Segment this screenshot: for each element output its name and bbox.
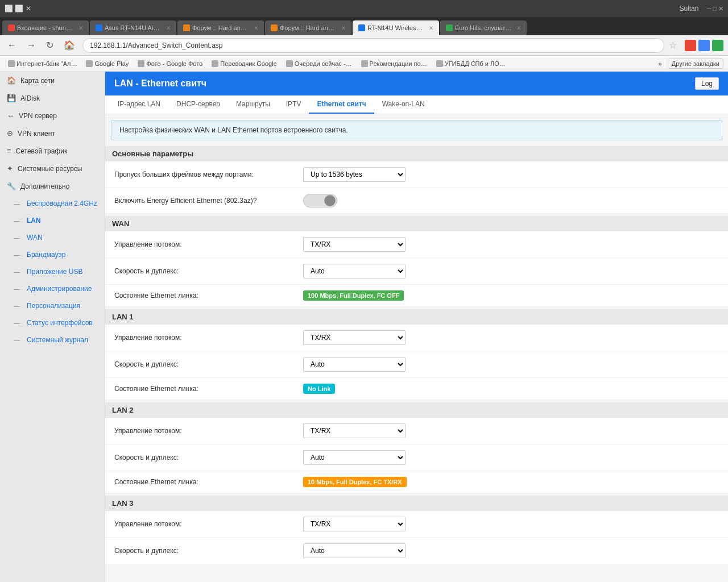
control-lan1-status: No Link [303, 384, 719, 394]
bookmark-label-2: Фото - Google Фото [146, 60, 202, 67]
address-input[interactable] [82, 38, 664, 53]
tab-favicon-2 [96, 24, 102, 31]
sidebar-label-12: Администрирование [27, 285, 92, 293]
info-text: Настройка физических WAN и LAN Ethernet … [119, 126, 348, 134]
bookmark-label-1: Google Play [94, 60, 129, 67]
tab-close-3[interactable]: ✕ [254, 25, 258, 31]
sidebar-item-15[interactable]: —Системный журнал [0, 331, 105, 348]
form-row-lan3-speed: Скорость и дуплекс: Auto10 Mbps Half Dup… [105, 538, 728, 564]
bookmarks-more-button[interactable]: » [655, 59, 665, 68]
bookmark-item-0[interactable]: Интернет-банк "Ал… [5, 59, 80, 68]
bookmark-item-6[interactable]: УГИБДД СПб и ЛО… [433, 59, 509, 68]
sidebar-item-1[interactable]: 💾AiDisk [0, 89, 105, 107]
bookmark-label-4: Очереди сейчас -… [295, 60, 352, 67]
bookmark-label-5: Рекомендации по… [370, 60, 427, 67]
bookmark-label-6: УГИБДД СПб и ЛО… [445, 60, 506, 67]
sidebar-item-14[interactable]: —Статус интерфейсов [0, 314, 105, 331]
sidebar-dash-7: — [14, 200, 20, 207]
sidebar-item-8[interactable]: —LAN [0, 212, 105, 229]
sidebar-item-5[interactable]: ✦Системные ресурсы [0, 160, 105, 177]
control-lan2-flow[interactable]: DisabledTXRXTX/RX [303, 423, 719, 438]
sidebar-dash-12: — [14, 285, 20, 292]
browser-tab-5[interactable]: RT-N14U Wireless Rou…✕ [353, 20, 439, 35]
select-lan2-flow[interactable]: DisabledTXRXTX/RX [303, 423, 406, 438]
control-lan3-flow[interactable]: DisabledTXRXTX/RX [303, 517, 719, 531]
section-wan-header: WAN [105, 216, 728, 231]
sidebar-item-12[interactable]: —Администрирование [0, 280, 105, 297]
select-jumbo-frames[interactable]: DisabledUp to 1536 bytesUp to 2048 bytes… [303, 167, 406, 182]
toggle-knob-eee [324, 195, 336, 206]
control-lan1-flow[interactable]: DisabledTXRXTX/RX [303, 330, 719, 345]
bookmark-item-4[interactable]: Очереди сейчас -… [283, 59, 355, 68]
sidebar-item-13[interactable]: —Персонализация [0, 297, 105, 314]
select-lan2-speed[interactable]: Auto10 Mbps Half Duplex10 Mbps Full Dupl… [303, 450, 406, 465]
bookmark-item-2[interactable]: Фото - Google Фото [134, 59, 206, 68]
browser-tab-6[interactable]: Euro Hits, слушать она…✕ [440, 20, 527, 35]
form-row-jumbo-frames: Пропуск больших фреймов между портами: D… [105, 161, 728, 188]
page-tab-3[interactable]: IPTV [278, 95, 309, 114]
control-lan1-speed[interactable]: Auto10 Mbps Half Duplex10 Mbps Full Dupl… [303, 357, 719, 372]
bookmark-item-3[interactable]: Переводчик Google [208, 59, 280, 68]
select-wan-flow[interactable]: DisabledTXRXTX/RX [303, 237, 406, 252]
tab-close-2[interactable]: ✕ [166, 25, 171, 31]
page-header: LAN - Ethernet свитч Log [105, 72, 728, 95]
select-lan1-flow[interactable]: DisabledTXRXTX/RX [303, 330, 406, 345]
label-lan2-speed: Скорость и дуплекс: [114, 454, 296, 462]
tab-close-5[interactable]: ✕ [429, 25, 433, 31]
browser-tab-4[interactable]: Форум :: Hard and Soft✕ [265, 20, 351, 35]
page-tab-5[interactable]: Wake-on-LAN [374, 95, 433, 114]
tab-close-6[interactable]: ✕ [516, 25, 521, 31]
form-row-lan2-status: Состояние Ethernet линка: 10 Mbps, Full … [105, 471, 728, 493]
bookmark-icon-0 [8, 60, 15, 67]
select-lan3-speed[interactable]: Auto10 Mbps Half Duplex10 Mbps Full Dupl… [303, 543, 406, 558]
home-button[interactable]: 🏠 [61, 39, 78, 52]
forward-button[interactable]: → [24, 39, 39, 52]
other-bookmarks-button[interactable]: Другие закладки [668, 59, 723, 69]
window-controls: ⬜ ⬜ ✕ [5, 5, 31, 13]
browser-tab-2[interactable]: Asus RT-N14U AiCloud✕ [90, 20, 176, 35]
label-lan3-flow: Управление потоком: [114, 520, 296, 528]
tab-close-4[interactable]: ✕ [341, 25, 346, 31]
sidebar-icon-5: ✦ [7, 164, 13, 173]
page-tab-1[interactable]: DHCP-сервер [168, 95, 228, 114]
sidebar-item-4[interactable]: ≡Сетевой трафик [0, 142, 105, 160]
sidebar-item-0[interactable]: 🏠Карта сети [0, 72, 105, 89]
page-tab-4[interactable]: Ethernet свитч [309, 95, 374, 114]
browser-tab-3[interactable]: Форум :: Hard and Soft✕ [177, 20, 264, 35]
select-lan1-speed[interactable]: Auto10 Mbps Half Duplex10 Mbps Full Dupl… [303, 357, 406, 372]
sidebar-item-3[interactable]: ⊕VPN клиент [0, 124, 105, 142]
sidebar-item-7[interactable]: —Беспроводная 2.4GHz [0, 195, 105, 212]
bookmark-item-5[interactable]: Рекомендации по… [358, 59, 431, 68]
chrome-icon[interactable] [698, 40, 710, 51]
tab-close-1[interactable]: ✕ [78, 25, 83, 31]
control-wan-speed[interactable]: Auto10 Mbps Half Duplex10 Mbps Full Dupl… [303, 264, 719, 278]
toggle-eee[interactable] [303, 194, 337, 207]
browser-tab-1[interactable]: Входящие - shunk570✕ [2, 20, 89, 35]
gmail-icon[interactable] [685, 40, 696, 51]
back-button[interactable]: ← [5, 39, 19, 52]
select-wan-speed[interactable]: Auto10 Mbps Half Duplex10 Mbps Full Dupl… [303, 264, 406, 278]
sidebar-item-9[interactable]: —WAN [0, 229, 105, 246]
control-lan3-speed[interactable]: Auto10 Mbps Half Duplex10 Mbps Full Dupl… [303, 543, 719, 558]
control-eee[interactable] [303, 194, 719, 207]
bookmark-star-button[interactable]: ☆ [669, 40, 677, 51]
control-jumbo-frames[interactable]: DisabledUp to 1536 bytesUp to 2048 bytes… [303, 167, 719, 182]
window-buttons[interactable]: ─ □ ✕ [706, 5, 723, 13]
log-button[interactable]: Log [695, 77, 719, 90]
control-wan-flow[interactable]: DisabledTXRXTX/RX [303, 237, 719, 252]
form-row-eee: Включить Energy Efficient Ethernet (802.… [105, 188, 728, 214]
control-lan2-speed[interactable]: Auto10 Mbps Half Duplex10 Mbps Full Dupl… [303, 450, 719, 465]
select-lan3-flow[interactable]: DisabledTXRXTX/RX [303, 517, 406, 531]
sidebar-item-11[interactable]: —Приложение USB [0, 263, 105, 280]
sidebar-label-2: VPN сервер [19, 112, 57, 120]
tab-label-2: Asus RT-N14U AiCloud [105, 24, 162, 31]
bookmark-item-1[interactable]: Google Play [82, 59, 132, 68]
sidebar-item-2[interactable]: ↔VPN сервер [0, 107, 105, 124]
sidebar-item-10[interactable]: —Брандмауэр [0, 246, 105, 263]
page-tab-2[interactable]: Маршруты [228, 95, 278, 114]
control-lan2-status: 10 Mbps, Full Duplex, FC TX/RX [303, 477, 719, 487]
page-tab-0[interactable]: IP-адрес LAN [110, 95, 168, 114]
refresh-button[interactable]: ↻ [43, 39, 56, 52]
apps-icon[interactable] [712, 40, 723, 51]
sidebar-item-6[interactable]: 🔧Дополнительно [0, 177, 105, 195]
